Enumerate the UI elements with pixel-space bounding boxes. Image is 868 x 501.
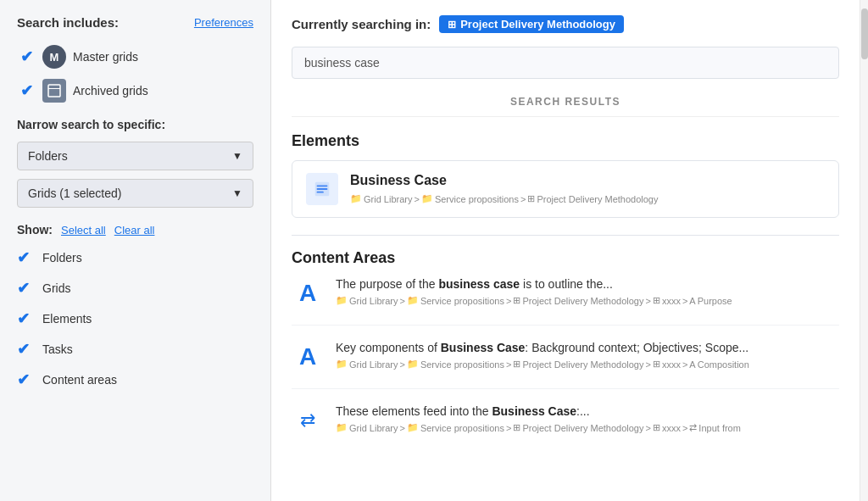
folders-dropdown-arrow: ▼	[232, 150, 242, 162]
master-grids-icon: M	[42, 45, 66, 69]
section-divider	[292, 235, 839, 236]
business-case-element-card: Business Case 📁 Grid Library > 📁 Service…	[292, 160, 839, 218]
content-area-breadcrumb-3: 📁 Grid Library > 📁 Service propositions …	[336, 422, 741, 433]
show-header: Show: Select all Clear all	[17, 223, 253, 237]
sidebar-title: Search includes:	[17, 15, 119, 30]
bc-grid-icon: ⊞	[527, 193, 535, 204]
show-section: Show: Select all Clear all ✔ Folders ✔ G…	[17, 223, 253, 389]
preferences-link[interactable]: Preferences	[194, 16, 253, 29]
content-area-body-2: Key components of Business Case: Backgro…	[336, 341, 749, 370]
clear-all-link[interactable]: Clear all	[114, 224, 155, 237]
master-grids-item: ✔ M Master grids	[17, 45, 253, 69]
master-grids-check[interactable]: ✔	[17, 47, 36, 66]
show-tasks-label: Tasks	[42, 342, 73, 356]
master-grids-label: Master grids	[73, 50, 138, 64]
content-area-breadcrumb-1: 📁 Grid Library > 📁 Service propositions …	[336, 295, 732, 306]
content-areas-section-title: Content Areas	[292, 249, 839, 267]
search-badge-grid-icon: ⊞	[448, 19, 456, 31]
show-content-areas-label: Content areas	[42, 373, 117, 387]
grids-dropdown-label: Grids (1 selected)	[28, 186, 121, 200]
grids-dropdown[interactable]: Grids (1 selected) ▼	[17, 179, 253, 208]
folders-dropdown-label: Folders	[28, 149, 68, 163]
main-content: Currently searching in: ⊞ Project Delive…	[271, 0, 860, 501]
bc-folder-icon2: 📁	[421, 193, 433, 204]
archived-grids-check[interactable]: ✔	[17, 81, 36, 100]
content-area-text-3: These elements feed into the Business Ca…	[336, 404, 741, 418]
bc-folder-icon: 📁	[350, 193, 362, 204]
business-case-element-icon	[306, 173, 338, 205]
svg-rect-0	[48, 85, 60, 97]
folders-dropdown[interactable]: Folders ▼	[17, 142, 253, 170]
show-content-areas-item: ✔ Content areas	[17, 370, 253, 389]
sidebar: Search includes: Preferences ✔ M Master …	[0, 0, 271, 501]
archived-grids-item: ✔ Archived grids	[17, 79, 253, 103]
show-tasks-item: ✔ Tasks	[17, 340, 253, 359]
show-elements-label: Elements	[42, 312, 92, 326]
show-folders-item: ✔ Folders	[17, 248, 253, 267]
show-folders-label: Folders	[42, 251, 82, 264]
search-badge-text: Project Delivery Methodology	[460, 18, 615, 31]
show-label: Show:	[17, 223, 53, 237]
content-area-item-2: A Key components of Business Case: Backg…	[292, 341, 839, 389]
content-area-body-1: The purpose of the business case is to o…	[336, 277, 732, 306]
grids-dropdown-arrow: ▼	[232, 187, 242, 199]
content-area-icon-1: A	[292, 277, 324, 309]
narrow-section: Narrow search to specific: Folders ▼ Gri…	[17, 118, 253, 208]
content-area-item-1: A The purpose of the business case is to…	[292, 277, 839, 326]
content-area-item-3: ⇄ These elements feed into the Business …	[292, 404, 839, 452]
show-tasks-check[interactable]: ✔	[17, 340, 36, 359]
main-wrapper: Currently searching in: ⊞ Project Delive…	[271, 0, 868, 501]
archived-grids-label: Archived grids	[73, 84, 148, 97]
show-elements-item: ✔ Elements	[17, 309, 253, 328]
search-results-header: SEARCH RESULTS	[292, 96, 839, 117]
archived-grids-icon	[42, 79, 66, 103]
search-in-badge[interactable]: ⊞ Project Delivery Methodology	[439, 15, 624, 33]
show-grids-check[interactable]: ✔	[17, 279, 36, 298]
content-area-text-1: The purpose of the business case is to o…	[336, 277, 732, 291]
content-area-icon-3: ⇄	[292, 404, 324, 437]
business-case-element-breadcrumb: 📁 Grid Library > 📁 Service propositions …	[350, 193, 825, 204]
show-grids-label: Grids	[42, 281, 70, 295]
search-input[interactable]	[292, 47, 839, 79]
content-area-breadcrumb-2: 📁 Grid Library > 📁 Service propositions …	[336, 359, 749, 370]
show-grids-item: ✔ Grids	[17, 279, 253, 298]
currently-searching: Currently searching in: ⊞ Project Delive…	[292, 15, 839, 33]
scrollbar[interactable]	[860, 0, 868, 501]
scrollbar-thumb[interactable]	[861, 8, 868, 59]
elements-section-title: Elements	[292, 132, 839, 150]
content-area-icon-2: A	[292, 341, 324, 373]
sidebar-header: Search includes: Preferences	[17, 15, 253, 30]
show-elements-check[interactable]: ✔	[17, 309, 36, 328]
show-folders-check[interactable]: ✔	[17, 248, 36, 267]
narrow-title: Narrow search to specific:	[17, 118, 253, 131]
business-case-element-title: Business Case	[350, 173, 825, 188]
content-area-body-3: These elements feed into the Business Ca…	[336, 404, 741, 433]
business-case-element-content: Business Case 📁 Grid Library > 📁 Service…	[350, 173, 825, 204]
show-content-areas-check[interactable]: ✔	[17, 370, 36, 389]
content-area-text-2: Key components of Business Case: Backgro…	[336, 341, 749, 354]
currently-searching-label: Currently searching in:	[292, 17, 431, 31]
select-all-link[interactable]: Select all	[61, 224, 106, 237]
